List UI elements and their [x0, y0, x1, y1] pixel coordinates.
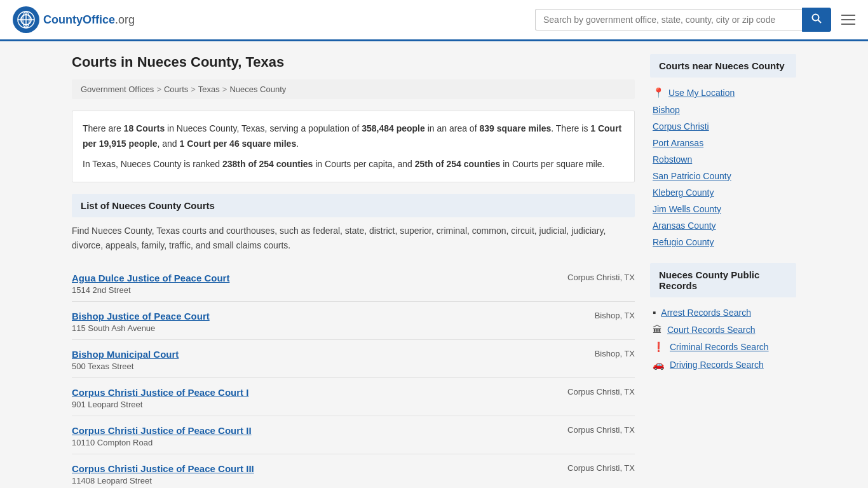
records-link-1[interactable]: Court Records Search	[667, 325, 756, 335]
court-city-3: Corpus Christi, TX	[533, 387, 635, 396]
logo-area: CountyOffice.org	[13, 6, 135, 33]
court-address-4: 10110 Compton Road	[72, 438, 533, 447]
records-link-0[interactable]: Arrest Records Search	[661, 308, 751, 318]
content-area: Courts in Nueces County, Texas Governmen…	[72, 54, 635, 488]
nearby-link-2[interactable]: Port Aransas	[653, 138, 703, 148]
nearby-link-item-5[interactable]: Kleberg County	[650, 184, 796, 201]
list-description: Find Nueces County, Texas courts and cou…	[72, 224, 635, 252]
nearby-link-item-7[interactable]: Aransas County	[650, 217, 796, 234]
page-title: Courts in Nueces County, Texas	[72, 54, 635, 71]
records-icon-2: ❗	[653, 341, 665, 353]
search-area	[535, 8, 855, 32]
info-paragraph-2: In Texas, Nueces County is ranked 238th …	[83, 157, 624, 172]
nearby-link-7[interactable]: Aransas County	[653, 220, 716, 231]
nearby-link-item-6[interactable]: Jim Wells County	[650, 201, 796, 217]
records-links: ▪ Arrest Records Search 🏛 Court Records …	[650, 304, 796, 374]
court-left-1: Bishop Justice of Peace Court 115 South …	[72, 311, 533, 333]
court-left-5: Corpus Christi Justice of Peace Court II…	[72, 463, 533, 485]
info-paragraph-1: There are 18 Courts in Nueces County, Te…	[83, 121, 624, 152]
court-name-4[interactable]: Corpus Christi Justice of Peace Court II	[72, 425, 533, 436]
records-icon-0: ▪	[653, 307, 656, 318]
records-link-item-2[interactable]: ❗ Criminal Records Search	[650, 338, 796, 356]
records-icon-1: 🏛	[653, 324, 662, 335]
court-name-0[interactable]: Agua Dulce Justice of Peace Court	[72, 273, 533, 283]
breadcrumb-sep1: >	[156, 85, 161, 94]
nearby-link-6[interactable]: Jim Wells County	[653, 204, 721, 214]
court-name-2[interactable]: Bishop Municipal Court	[72, 349, 533, 360]
courts-count: 18 Courts	[124, 123, 165, 133]
rank-capita: 238th of 254 counties	[222, 159, 313, 169]
court-address-2: 500 Texas Street	[72, 362, 533, 371]
nearby-link-item-2[interactable]: Port Aransas	[650, 135, 796, 151]
nearby-link-item-4[interactable]: San Patricio County	[650, 168, 796, 184]
court-list: Agua Dulce Justice of Peace Court 1514 2…	[72, 264, 635, 488]
court-list-item: Agua Dulce Justice of Peace Court 1514 2…	[72, 264, 635, 301]
population: 358,484 people	[362, 123, 425, 133]
records-link-item-3[interactable]: 🚗 Driving Records Search	[650, 356, 796, 374]
breadcrumb-texas[interactable]: Texas	[198, 85, 220, 94]
sidebar: Courts near Nueces County 📍 Use My Locat…	[650, 54, 796, 488]
court-name-3[interactable]: Corpus Christi Justice of Peace Court I	[72, 387, 533, 398]
records-link-2[interactable]: Criminal Records Search	[670, 342, 769, 352]
court-name-5[interactable]: Corpus Christi Justice of Peace Court II…	[72, 463, 533, 474]
court-list-item: Corpus Christi Justice of Peace Court II…	[72, 454, 635, 488]
court-address-1: 115 South Ash Avenue	[72, 323, 533, 333]
location-icon: 📍	[653, 87, 665, 98]
rank-area: 25th of 254 counties	[415, 159, 501, 169]
court-city-5: Corpus Christi, TX	[533, 463, 635, 473]
logo-icon	[13, 6, 39, 33]
sidebar-records-title: Nueces County Public Records	[650, 263, 796, 297]
nearby-link-item-0[interactable]: Bishop	[650, 102, 796, 118]
court-list-item: Bishop Municipal Court 500 Texas Street …	[72, 339, 635, 377]
nearby-link-3[interactable]: Robstown	[653, 154, 692, 165]
court-list-item: Bishop Justice of Peace Court 115 South …	[72, 301, 635, 339]
court-city-1: Bishop, TX	[533, 311, 635, 320]
breadcrumb-sep2: >	[191, 85, 196, 94]
court-address-5: 11408 Leopard Street	[72, 476, 533, 485]
logo-text: CountyOffice.org	[43, 13, 135, 27]
logo-suffix: .org	[115, 13, 135, 26]
list-section-header: List of Nueces County Courts	[72, 194, 635, 217]
svg-point-5	[813, 15, 819, 21]
breadcrumb: Government Offices > Courts > Texas > Nu…	[72, 79, 635, 99]
court-address-0: 1514 2nd Street	[72, 285, 533, 295]
court-list-item: Corpus Christi Justice of Peace Court I …	[72, 377, 635, 416]
court-left-4: Corpus Christi Justice of Peace Court II…	[72, 425, 533, 447]
records-icon-3: 🚗	[653, 359, 665, 370]
nearby-link-5[interactable]: Kleberg County	[653, 187, 714, 198]
court-list-item: Corpus Christi Justice of Peace Court II…	[72, 416, 635, 454]
info-block: There are 18 Courts in Nueces County, Te…	[72, 111, 635, 182]
sidebar-nearby-title: Courts near Nueces County	[650, 54, 796, 78]
nearby-link-1[interactable]: Corpus Christi	[653, 121, 709, 132]
nearby-link-item-1[interactable]: Corpus Christi	[650, 118, 796, 135]
svg-line-6	[818, 20, 822, 24]
court-address-3: 901 Leopard Street	[72, 400, 533, 409]
use-my-location-item[interactable]: 📍 Use My Location	[650, 84, 796, 102]
use-my-location-link[interactable]: Use My Location	[668, 88, 735, 98]
court-city-0: Corpus Christi, TX	[533, 273, 635, 282]
nearby-link-0[interactable]: Bishop	[653, 105, 680, 115]
breadcrumb-courts[interactable]: Courts	[164, 85, 188, 94]
breadcrumb-nueces[interactable]: Nueces County	[229, 85, 286, 94]
court-left-3: Corpus Christi Justice of Peace Court I …	[72, 387, 533, 409]
breadcrumb-gov-offices[interactable]: Government Offices	[81, 85, 154, 94]
per-area: 1 Court per 46 square miles	[180, 139, 297, 149]
main-container: Courts in Nueces County, Texas Governmen…	[59, 41, 809, 488]
nearby-link-item-8[interactable]: Refugio County	[650, 234, 796, 250]
search-button[interactable]	[802, 8, 831, 32]
menu-button[interactable]	[841, 15, 855, 25]
court-city-4: Corpus Christi, TX	[533, 425, 635, 435]
court-left-2: Bishop Municipal Court 500 Texas Street	[72, 349, 533, 371]
court-left-0: Agua Dulce Justice of Peace Court 1514 2…	[72, 273, 533, 295]
records-link-item-0[interactable]: ▪ Arrest Records Search	[650, 304, 796, 321]
area: 839 square miles	[479, 123, 551, 133]
records-link-3[interactable]: Driving Records Search	[670, 360, 764, 370]
nearby-link-8[interactable]: Refugio County	[653, 237, 714, 247]
records-link-item-1[interactable]: 🏛 Court Records Search	[650, 321, 796, 338]
court-name-1[interactable]: Bishop Justice of Peace Court	[72, 311, 533, 322]
nearby-link-item-3[interactable]: Robstown	[650, 151, 796, 168]
nearby-links: BishopCorpus ChristiPort AransasRobstown…	[650, 102, 796, 250]
search-input[interactable]	[535, 9, 802, 30]
breadcrumb-sep3: >	[222, 85, 227, 94]
nearby-link-4[interactable]: San Patricio County	[653, 171, 731, 181]
